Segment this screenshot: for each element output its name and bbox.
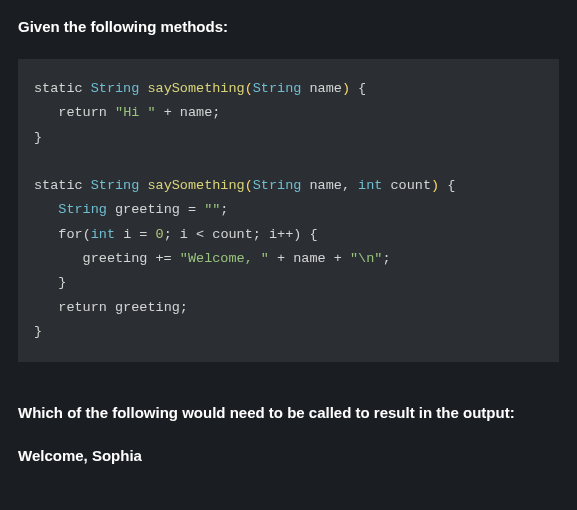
type-string: String [91,81,140,96]
keyword-static: static [34,81,83,96]
param-name: name [301,81,342,96]
type-int: int [91,227,115,242]
type-string: String [91,178,140,193]
method-name: saySomething [147,178,244,193]
assign: greeting += [34,251,180,266]
keyword-return: return [58,105,107,120]
string-literal: "Hi " [115,105,156,120]
type-string: String [58,202,107,217]
prompt-heading: Given the following methods: [18,18,559,35]
paren: ( [245,81,253,96]
type-int: int [358,178,382,193]
param-name: count [382,178,431,193]
string-literal: "Welcome, " [180,251,269,266]
method-name: saySomething [147,81,244,96]
type-string: String [253,178,302,193]
string-literal: "" [204,202,220,217]
var-decl: greeting = [107,202,204,217]
expected-output: Welcome, Sophia [18,447,559,464]
number-literal: 0 [156,227,164,242]
keyword-static: static [34,178,83,193]
operator: + name; [156,105,221,120]
keyword-for: for [58,227,82,242]
string-literal: "\n" [350,251,382,266]
paren: ) [431,178,439,193]
paren: ) [342,81,350,96]
return-val: greeting; [107,300,188,315]
type-string: String [253,81,302,96]
param-name: name, [301,178,358,193]
keyword-return: return [58,300,107,315]
for-cond: ; i < count; i++) { [164,227,318,242]
code-block: static String saySomething(String name) … [18,59,559,362]
paren: ( [245,178,253,193]
question-text: Which of the following would need to be … [18,404,559,421]
var-i: i = [115,227,156,242]
concat: + name + [269,251,350,266]
